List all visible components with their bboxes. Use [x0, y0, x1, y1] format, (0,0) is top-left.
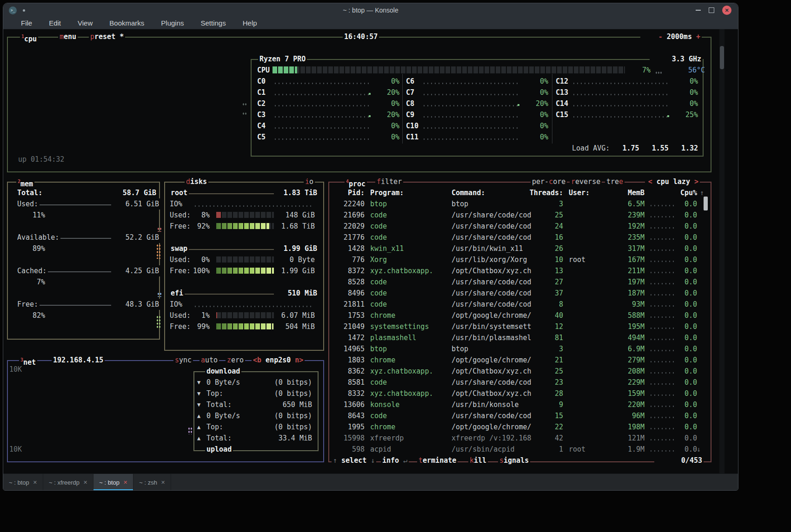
- net-auto-toggle[interactable]: auto: [199, 355, 219, 366]
- disk-used-label: Used:: [170, 210, 191, 221]
- menu-item-bookmarks[interactable]: Bookmarks: [109, 19, 144, 27]
- proc-mem: 6.9M: [611, 343, 645, 355]
- proc-pid: 8496: [332, 288, 365, 299]
- tab-close-icon[interactable]: ✕: [123, 479, 127, 486]
- proc-column-header[interactable]: Program:: [370, 187, 404, 198]
- menu-item-plugins[interactable]: Plugins: [161, 19, 184, 27]
- tab-0[interactable]: ~ : btop✕: [3, 474, 43, 491]
- proc-threads: 9: [533, 399, 563, 410]
- menu-item-settings[interactable]: Settings: [201, 19, 226, 27]
- tab-close-icon[interactable]: ✕: [161, 479, 165, 486]
- terminal-scrollbar-thumb[interactable]: [720, 46, 724, 69]
- disk-used-bar: [216, 212, 274, 218]
- proc-scrollbar-thumb[interactable]: [704, 197, 708, 210]
- proc-column-header[interactable]: Threads:: [524, 187, 563, 198]
- menu-item-view[interactable]: View: [78, 19, 93, 27]
- proc-sort-selector[interactable]: < cpu lazy >: [645, 176, 700, 187]
- proc-column-header[interactable]: Pid:: [332, 187, 365, 198]
- core-percent: 0%: [519, 76, 548, 87]
- disk-size: 510 MiB: [274, 288, 319, 299]
- terminal-scrollbar-track[interactable]: [719, 29, 725, 473]
- proc-per-core-toggle[interactable]: per-core: [531, 176, 567, 187]
- proc-threads: 42: [533, 433, 563, 444]
- proc-info-button[interactable]: info ↵: [381, 455, 409, 466]
- close-button[interactable]: ✕: [722, 6, 731, 15]
- proc-cpu: 0.0: [668, 265, 697, 276]
- proc-threads: 1: [533, 444, 563, 455]
- menu-item-help[interactable]: Help: [243, 19, 257, 27]
- proc-scroll-down-indicator[interactable]: ↓: [691, 444, 701, 455]
- proc-mem: 96M: [611, 410, 645, 421]
- disk-free-percent: 99%: [191, 321, 210, 332]
- update-interval-control[interactable]: - 2000ms +: [640, 31, 702, 42]
- proc-column-header[interactable]: Cpu%: [668, 187, 697, 198]
- proc-threads: 16: [533, 232, 563, 243]
- net-scale-top: 10K: [9, 364, 22, 375]
- proc-threads: 27: [533, 276, 563, 288]
- proc-threads: 28: [533, 388, 563, 399]
- menu-button[interactable]: menu: [58, 31, 78, 42]
- tab-2-active[interactable]: ~ : btop✕: [93, 474, 133, 491]
- tab-label: ~ : zsh: [139, 479, 157, 486]
- proc-mem: 197M: [611, 276, 645, 288]
- net-interface-selector[interactable]: <b enp2s0 n>: [252, 355, 305, 366]
- download-arrow-icon: ▼: [197, 399, 200, 410]
- mem-stat-value: 6.51 GiB: [111, 198, 160, 210]
- terminal-area: 1cpu menu preset * 16:40:57 - 2000ms + R…: [3, 29, 738, 473]
- proc-pid: 1753: [332, 310, 365, 321]
- upload-label: upload: [205, 444, 233, 455]
- cpu-box-title[interactable]: 1cpu: [20, 31, 38, 45]
- proc-terminate-button[interactable]: terminate: [417, 455, 458, 466]
- menu-item-file[interactable]: File: [21, 19, 32, 27]
- tab-close-icon[interactable]: ✕: [83, 479, 87, 486]
- proc-threads: 24: [533, 221, 563, 232]
- proc-pid: 1995: [332, 421, 365, 433]
- net-zero-toggle[interactable]: zero: [226, 355, 245, 366]
- disk-name: root: [169, 187, 189, 198]
- proc-program: code: [370, 299, 387, 310]
- disk-used-value: 6.07 MiB: [276, 310, 315, 321]
- proc-command: btop: [452, 198, 468, 210]
- proc-mem: 1.9M: [611, 444, 645, 455]
- proc-mem: 279M: [611, 355, 645, 366]
- maximize-button[interactable]: [709, 7, 714, 13]
- disks-io-toggle[interactable]: io: [304, 176, 315, 187]
- mem-stat-percent: 11%: [17, 210, 45, 221]
- core-usage-graph: [424, 94, 519, 95]
- proc-column-header[interactable]: MemB: [611, 187, 645, 198]
- cpu-total-percent: 7%: [622, 65, 651, 76]
- menu-item-edit[interactable]: Edit: [49, 19, 61, 27]
- net-row-value: 33.4 MiB: [245, 433, 312, 444]
- proc-program: xyz.chatboxapp.: [370, 388, 433, 399]
- proc-reverse-toggle[interactable]: reverse: [570, 176, 602, 187]
- proc-threads: 37: [533, 288, 563, 299]
- tab-3[interactable]: ~ : zsh✕: [133, 474, 171, 491]
- proc-mem: 159M: [611, 388, 645, 399]
- proc-column-header[interactable]: User:: [569, 187, 590, 198]
- proc-program: code: [370, 210, 387, 221]
- net-sync-toggle[interactable]: sync: [173, 355, 193, 366]
- core-usage-graph: [275, 83, 371, 84]
- proc-threads: 21: [533, 355, 563, 366]
- proc-pid: 21696: [332, 210, 365, 221]
- tab-1[interactable]: ~ : xfreerdp✕: [43, 474, 93, 491]
- preset-button[interactable]: preset *: [89, 31, 125, 42]
- proc-kill-button[interactable]: kill: [468, 455, 488, 466]
- proc-cpu: 0.0: [668, 310, 697, 321]
- proc-program: acpid: [370, 444, 391, 455]
- core-usage-graph: [275, 138, 371, 140]
- proc-signals-button[interactable]: signals: [498, 455, 530, 466]
- proc-mem: 167M: [611, 254, 645, 265]
- proc-tree-toggle[interactable]: tree: [605, 176, 625, 187]
- proc-mem: 211M: [611, 265, 645, 276]
- proc-column-header[interactable]: Command:: [452, 187, 485, 198]
- tab-close-icon[interactable]: ✕: [33, 479, 37, 486]
- minimize-button[interactable]: [696, 10, 701, 11]
- disk-free-bar: [216, 268, 274, 274]
- core-usage-graph: [424, 138, 519, 140]
- mem-stat-label: Free:: [16, 299, 40, 310]
- proc-select-control[interactable]: ↑ select ↓: [332, 455, 376, 466]
- proc-filter-button[interactable]: filter: [375, 176, 403, 187]
- core-percent: 0%: [371, 131, 399, 143]
- disk-name: swap: [169, 243, 189, 254]
